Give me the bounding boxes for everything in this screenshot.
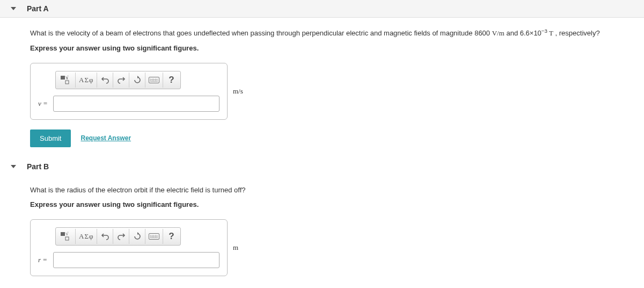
equation-toolbar: √ ΑΣφ ?: [55, 227, 181, 246]
templates-icon[interactable]: √: [57, 229, 76, 244]
part-a-variable: v =: [38, 99, 50, 108]
part-a-question: What is the velocity of a beam of electr…: [30, 27, 614, 39]
request-answer-link[interactable]: Request Answer: [80, 134, 131, 142]
keyboard-icon[interactable]: [145, 229, 163, 244]
part-a-input[interactable]: [53, 96, 219, 112]
part-b-variable: r =: [38, 256, 50, 264]
caret-down-icon: [11, 165, 16, 168]
part-b-answer-box: √ ΑΣφ ? r =: [30, 219, 228, 276]
help-icon[interactable]: ?: [163, 229, 179, 244]
svg-text:√: √: [65, 232, 69, 236]
part-b-instruction: Express your answer using two significan…: [30, 200, 614, 208]
part-b-header[interactable]: Part B: [0, 158, 644, 175]
part-a-answer-box: x√ ΑΣφ ? v =: [30, 63, 228, 120]
redo-icon[interactable]: [113, 73, 129, 88]
part-a-body: What is the velocity of a beam of electr…: [0, 18, 644, 158]
part-b-title: Part B: [27, 162, 49, 171]
part-b-body: What is the radius of the electron orbit…: [0, 175, 644, 287]
greek-symbols-button[interactable]: ΑΣφ: [76, 73, 97, 88]
svg-rect-4: [61, 232, 65, 236]
redo-icon[interactable]: [113, 229, 129, 244]
greek-symbols-button[interactable]: ΑΣφ: [76, 229, 97, 244]
templates-icon[interactable]: x√: [57, 73, 76, 88]
part-a-unit: m/s: [233, 87, 243, 96]
reset-icon[interactable]: [129, 73, 145, 88]
part-a-header[interactable]: Part A: [0, 0, 644, 18]
svg-text:√: √: [65, 75, 69, 80]
help-icon[interactable]: ?: [163, 73, 179, 88]
keyboard-icon[interactable]: [145, 73, 163, 88]
caret-down-icon: [11, 7, 16, 10]
part-b-input[interactable]: [53, 252, 219, 268]
svg-rect-5: [65, 237, 69, 240]
part-a-instruction: Express your answer using two significan…: [30, 44, 614, 52]
part-a-title: Part A: [27, 4, 49, 13]
svg-rect-0: [61, 76, 65, 80]
part-b-unit: m: [233, 243, 238, 252]
undo-icon[interactable]: [97, 229, 113, 244]
equation-toolbar: x√ ΑΣφ ?: [55, 71, 181, 89]
reset-icon[interactable]: [129, 229, 145, 244]
submit-button[interactable]: Submit: [30, 129, 71, 147]
undo-icon[interactable]: [97, 73, 113, 88]
part-b-question: What is the radius of the electron orbit…: [30, 185, 614, 196]
svg-rect-1: [65, 81, 69, 84]
